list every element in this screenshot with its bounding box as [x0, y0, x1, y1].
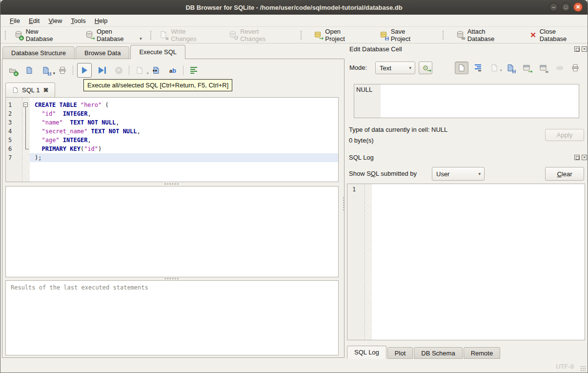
results-message-pane[interactable]: Results of the last executed statements: [5, 280, 339, 355]
set-null-button[interactable]: [553, 62, 567, 74]
code-line[interactable]: );: [30, 153, 338, 162]
dock-tab-sql-log[interactable]: SQL Log: [347, 346, 386, 359]
dock-close-icon[interactable]: ✕: [582, 155, 587, 160]
open-database-button[interactable]: → Open Database ▾: [80, 28, 148, 42]
log-filter-select[interactable]: User▾: [432, 167, 485, 181]
revert-changes-icon: ↺: [229, 31, 237, 39]
auto-format-button[interactable]: ab: [166, 64, 179, 77]
new-sql-tab-button[interactable]: +: [6, 64, 19, 77]
save-results-button[interactable]: ▾: [133, 64, 146, 77]
code-line[interactable]: "id" INTEGER,: [30, 109, 338, 118]
sql-code-lines[interactable]: CREATE TABLE "hero" ( "id" INTEGER, "nam…: [30, 98, 338, 182]
app-window: – □ ✕ DB Browser for SQLite - /home/user…: [0, 0, 588, 373]
toolbar-drag-handle[interactable]: [4, 30, 7, 40]
word-wrap-button[interactable]: [471, 62, 485, 74]
toolbar-separator: [150, 30, 152, 40]
text-mode-button[interactable]: [455, 62, 468, 74]
print-sql-button[interactable]: [56, 64, 69, 77]
apply-button[interactable]: Apply: [545, 129, 584, 141]
find-in-sql-button[interactable]: ●●: [150, 64, 162, 77]
code-line[interactable]: CREATE TABLE "hero" (: [30, 101, 338, 109]
tab-browse-data[interactable]: Browse Data: [76, 46, 129, 59]
open-project-button[interactable]: → Open Project: [308, 28, 365, 42]
set-null-icon: [556, 64, 564, 72]
stop-execution-button[interactable]: ✕: [112, 64, 125, 77]
open-sql-file-button[interactable]: [23, 64, 36, 77]
close-sql-tab-icon[interactable]: ✖: [43, 86, 48, 94]
code-line[interactable]: "secret_name" TEXT NOT NULL,: [30, 127, 338, 136]
toolbar-separator: [129, 65, 129, 75]
new-database-button[interactable]: + New Database: [9, 28, 71, 42]
line-number: 7: [6, 153, 22, 162]
edit-cell-dock-buttons: ✕: [574, 46, 587, 52]
line-number: 1: [6, 101, 22, 109]
code-line[interactable]: "age" INTEGER,: [30, 136, 338, 145]
dock-float-icon[interactable]: [574, 155, 580, 160]
save-file-icon: [42, 66, 50, 75]
indent-settings-button[interactable]: [187, 64, 200, 77]
code-line[interactable]: PRIMARY KEY("id"): [30, 145, 338, 153]
menu-view[interactable]: View: [44, 16, 66, 26]
close-database-button[interactable]: ✕ Close Database: [524, 28, 588, 42]
auto-switch-mode-button[interactable]: ⚙→: [419, 62, 432, 74]
editor-results-splitter[interactable]: ••••••: [5, 183, 339, 186]
fold-collapse-icon[interactable]: –: [23, 103, 28, 107]
import-icon: [490, 64, 499, 72]
clear-log-button[interactable]: Clear: [545, 167, 584, 181]
revert-changes-button[interactable]: ↺ Revert Changes: [223, 28, 289, 42]
results-grid-pane[interactable]: [5, 186, 339, 277]
open-external-button[interactable]: →: [520, 62, 533, 74]
export-cell-button[interactable]: [504, 62, 517, 74]
open-file-icon: [25, 66, 34, 75]
code-line[interactable]: "name" TEXT NOT NULL,: [30, 118, 338, 127]
execute-line-button[interactable]: [96, 64, 108, 77]
close-button[interactable]: ✕: [573, 2, 583, 12]
execute-line-icon: [99, 67, 104, 74]
save-file-dropdown-icon[interactable]: ▾: [53, 71, 55, 77]
execute-all-button[interactable]: [77, 63, 92, 78]
save-sql-file-button[interactable]: ▾: [40, 64, 52, 77]
results-placeholder: Results of the last executed statements: [6, 281, 338, 291]
resize-grip-icon[interactable]: [580, 365, 586, 372]
open-database-dropdown-icon[interactable]: ▾: [140, 36, 142, 42]
window-title: DB Browser for SQLite - /home/user/code/…: [185, 4, 402, 11]
dock-tab-db-schema[interactable]: DB Schema: [414, 347, 462, 359]
dock-tab-remote[interactable]: Remote: [464, 347, 501, 359]
new-tab-icon: +: [9, 66, 17, 75]
cell-value-editor[interactable]: NULL: [354, 84, 579, 118]
titlebar: – □ ✕ DB Browser for SQLite - /home/user…: [0, 0, 588, 15]
dock-splitter[interactable]: [342, 195, 345, 212]
window-controls: – □ ✕: [549, 2, 583, 12]
chevron-down-icon: ▾: [409, 65, 411, 70]
maximize-button[interactable]: □: [561, 2, 570, 12]
line-number: 5: [6, 136, 22, 145]
print-cell-button[interactable]: [568, 62, 582, 74]
sql-file-tab[interactable]: SQL 1 ✖: [5, 83, 55, 97]
status-bar: UTF-8: [0, 359, 588, 373]
attach-database-icon: ∞: [456, 31, 464, 39]
execute-all-icon: [82, 67, 87, 74]
dock-float-icon[interactable]: [574, 46, 580, 52]
menu-edit[interactable]: Edit: [24, 16, 44, 26]
menu-tools[interactable]: Tools: [66, 16, 90, 26]
tab-database-structure[interactable]: Database Structure: [2, 46, 75, 59]
dock-close-icon[interactable]: ✕: [582, 46, 587, 52]
mode-select[interactable]: Text▾: [375, 62, 415, 74]
save-project-button[interactable]: Save Project: [374, 28, 430, 42]
import-cell-button[interactable]: ▾: [487, 62, 501, 74]
attach-database-button[interactable]: ∞ Attach Database: [450, 28, 517, 42]
sql-code-gutter: 1234567: [6, 98, 22, 182]
sql-editor-toolbar: + ▾ ✕ ▾: [6, 62, 200, 79]
line-number: 6: [6, 145, 22, 153]
print-icon: [571, 64, 580, 72]
minimize-button[interactable]: –: [549, 2, 558, 12]
dock-tab-plot[interactable]: Plot: [387, 347, 413, 359]
menu-help[interactable]: Help: [90, 16, 112, 26]
sql-code-editor[interactable]: 1234567 – CREATE TABLE "hero" ( "id" INT…: [5, 97, 339, 182]
copy-link-button[interactable]: ∞: [536, 62, 550, 74]
sql-log-view[interactable]: 1: [347, 184, 585, 340]
tab-execute-sql[interactable]: Execute SQL: [130, 45, 185, 59]
close-database-icon: ✕: [530, 31, 536, 39]
menu-file[interactable]: File: [5, 16, 24, 26]
write-changes-button[interactable]: ▪ Write Changes: [154, 28, 216, 42]
